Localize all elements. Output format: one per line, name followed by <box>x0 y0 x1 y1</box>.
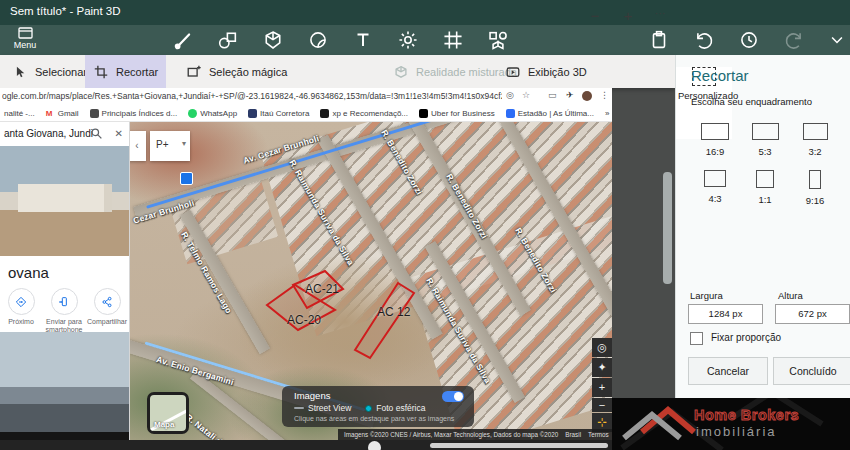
paint-canvas-image[interactable]: ogle.com.br/maps/place/Res.+Santa+Giovan… <box>0 88 612 440</box>
canvas-vertical-scrollbar[interactable] <box>663 172 672 284</box>
bookmarks-overflow[interactable]: » <box>605 109 609 118</box>
chevron-down-icon[interactable] <box>826 29 848 51</box>
scrollbar-thumb-dot[interactable] <box>368 441 381 450</box>
stickers-icon[interactable] <box>307 29 329 51</box>
width-input[interactable]: 1284 px <box>688 304 763 324</box>
whatsapp-icon <box>188 109 197 118</box>
title-bar: Sem título* - Paint 3D <box>0 0 850 25</box>
bookmark[interactable]: Principais Índices d... <box>90 109 178 118</box>
brush-icon[interactable] <box>172 29 194 51</box>
attribution-region[interactable]: Brasil <box>565 431 581 438</box>
close-search-icon[interactable]: ✕ <box>115 128 123 139</box>
history-icon[interactable] <box>738 29 760 51</box>
send-to-phone-action[interactable]: Enviar para smartphone <box>43 288 85 334</box>
scrollbar-thumb-bar[interactable] <box>430 443 608 448</box>
window-title: Sem título* - Paint 3D <box>10 5 121 17</box>
canvas-icon[interactable] <box>442 29 464 51</box>
maps-search-box[interactable]: anta Giovana, Jundi ✕ <box>0 122 129 147</box>
ratio-9-16[interactable]: 9:16 <box>790 170 840 206</box>
browser-address-bar: ogle.com.br/maps/place/Res.+Santa+Giovan… <box>0 88 612 106</box>
menu-button[interactable]: Menu <box>8 27 42 54</box>
paint3d-window: Sem título* - Paint 3D Menu Selecionar R… <box>0 0 850 450</box>
redo-icon[interactable] <box>783 29 805 51</box>
crop-icon <box>93 64 109 80</box>
height-label: Altura <box>778 290 803 301</box>
photo-building <box>18 184 104 212</box>
imagens-toggle-on[interactable] <box>442 391 464 402</box>
bookmark-estadao[interactable]: Estadão | As Última... <box>506 109 594 118</box>
map-zoom-out-button[interactable]: − <box>592 398 612 412</box>
watermark-brand: Home Brokers <box>694 407 799 423</box>
mixed-reality-icon <box>393 64 409 80</box>
place-photo[interactable] <box>0 146 129 256</box>
url-text: ogle.com.br/maps/place/Res.+Santa+Giovan… <box>2 91 502 101</box>
action-label: Compartilhar <box>86 318 128 326</box>
compass-button[interactable]: ✦ <box>592 358 612 377</box>
photo-sphere-icon <box>365 405 372 412</box>
more-options-button[interactable]: ··· <box>650 7 670 19</box>
gmail-icon: M <box>46 109 55 118</box>
height-input[interactable]: 672 px <box>775 304 850 324</box>
magic-select-label: Seleção mágica <box>209 66 287 78</box>
ratio-4-3[interactable]: 4:3 <box>690 170 740 204</box>
plot-label: AC 12 <box>377 305 410 319</box>
width-label: Largura <box>690 290 723 301</box>
search-icon[interactable] <box>90 127 103 140</box>
map-mode-button[interactable]: Mapa <box>147 392 189 434</box>
ratio-1-1-icon <box>756 170 774 188</box>
bookmark-uber[interactable]: Uber for Business <box>419 109 495 118</box>
cast-icon: ▭ <box>548 90 557 100</box>
cancel-button[interactable]: Cancelar <box>688 357 768 385</box>
ratio-3-2[interactable]: 3:2 <box>790 123 840 157</box>
magic-select-icon <box>186 64 202 80</box>
share-action[interactable]: Compartilhar <box>86 288 128 326</box>
3d-library-icon[interactable] <box>487 29 509 51</box>
select-tool[interactable]: Selecionar <box>4 55 95 88</box>
menu-window-icon <box>18 27 33 39</box>
view-3d-button[interactable]: Exibição 3D <box>497 55 595 88</box>
directions-action[interactable]: Próximo <box>0 288 42 326</box>
view-3d-icon <box>505 64 521 80</box>
map-zoom-in-button[interactable]: + <box>592 378 612 397</box>
terms-link[interactable]: Termos <box>588 431 609 438</box>
dropdown-icon: ▾ <box>182 139 186 148</box>
zoom-in-button[interactable]: + <box>618 7 638 24</box>
phone-icon <box>58 296 70 308</box>
satellite-map[interactable]: AC-21 AC-20 AC 12 Av. Cezar Brunholi Cez… <box>130 122 612 440</box>
collapse-side-panel-button[interactable]: ‹ <box>130 131 146 161</box>
ratio-5-3[interactable]: 5:3 <box>740 123 790 157</box>
paste-icon[interactable] <box>648 29 670 51</box>
layers-label: P+ <box>156 139 169 150</box>
done-button[interactable]: Concluído <box>773 357 850 385</box>
shapes-2d-icon[interactable] <box>217 29 239 51</box>
watermark: Home Brokers imobiliária <box>612 398 850 450</box>
crop-tool-selected[interactable]: Recortar <box>85 55 166 88</box>
bookmark-gmail[interactable]: MGmail <box>46 109 79 118</box>
magic-select-tool[interactable]: Seleção mágica <box>178 55 295 88</box>
view-3d-label: Exibição 3D <box>528 66 587 78</box>
street-view-label[interactable]: Street View <box>308 403 351 413</box>
ratio-1-1[interactable]: 1:1 <box>740 170 790 205</box>
place-photo-2[interactable] <box>0 332 129 432</box>
bookmark-xp[interactable]: xp e Recomendaçõ... <box>320 109 408 118</box>
photo-sphere-label[interactable]: Foto esférica <box>376 403 425 413</box>
ratio-16-9[interactable]: 16:9 <box>690 123 740 157</box>
undo-icon[interactable] <box>693 29 715 51</box>
maps-sidebar: anta Giovana, Jundi ✕ ovana Próximo Envi… <box>0 122 130 440</box>
my-location-button[interactable]: ◎ <box>592 338 612 357</box>
layers-dropdown[interactable]: P+ ▾ <box>150 131 190 161</box>
bookmark[interactable]: nalité -... <box>4 109 35 118</box>
bookmark-whatsapp[interactable]: WhatsApp <box>188 109 237 118</box>
lock-aspect-checkbox[interactable] <box>690 332 703 345</box>
ratio-9-16-icon <box>809 170 821 189</box>
bookmark-itau[interactable]: Itaú Corretora <box>248 109 309 118</box>
crop-panel-title: Recortar <box>691 67 749 84</box>
map-attribution: Imagens ©2020 CNES / Airbus, Maxar Techn… <box>338 429 612 440</box>
text-tool-icon[interactable] <box>352 29 374 51</box>
zoom-out-button[interactable]: − <box>585 7 605 24</box>
shapes-3d-icon[interactable] <box>262 29 284 51</box>
imagens-card: Imagens Street View Foto esférica Clique… <box>282 386 474 427</box>
effects-icon[interactable] <box>397 29 419 51</box>
directions-icon <box>15 296 27 308</box>
plot-label: AC-21 <box>305 282 339 296</box>
